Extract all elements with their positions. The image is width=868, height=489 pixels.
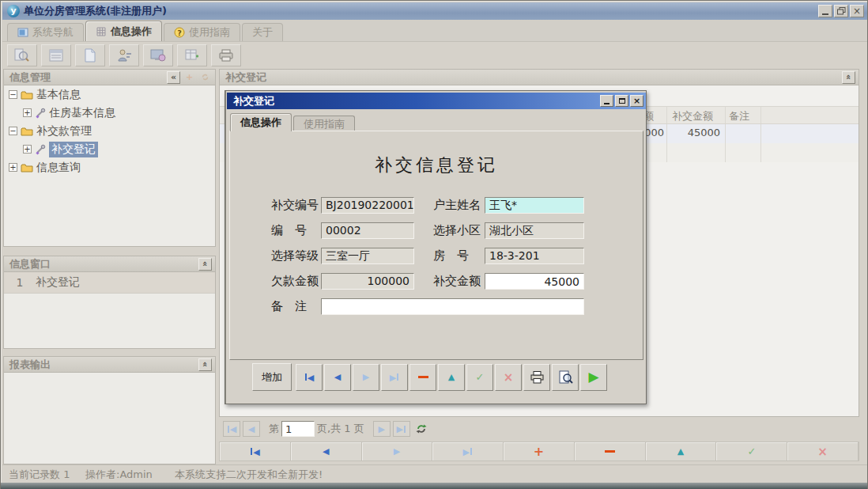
refresh-button[interactable] [413, 421, 430, 437]
record-add-button[interactable]: + [504, 442, 575, 461]
cancel-record-button[interactable]: × [495, 364, 522, 391]
new-document-button[interactable] [75, 44, 105, 66]
dialog-form: 补交信息登记 补交编号 BJ20190220001 户主姓名 王飞* 编 号 0… [229, 131, 643, 360]
sidebar: 信息管理 « + − 基本信息 + 住房基本信息 − [3, 69, 216, 464]
folder-icon [21, 90, 33, 100]
first-record-button[interactable]: ◀ [296, 364, 323, 391]
nav-next-button[interactable]: ▶ [362, 442, 433, 461]
last-record-button[interactable]: ▶ [381, 364, 408, 391]
window-list-item[interactable]: 1 补交登记 [4, 272, 215, 294]
tool-icon [35, 108, 46, 119]
page-first-button[interactable]: ◀ [223, 421, 240, 437]
next-record-button[interactable]: ▶ [353, 364, 379, 391]
nav-last-button[interactable]: ▶ [432, 442, 504, 461]
payment-input[interactable] [485, 273, 584, 290]
delete-record-button[interactable] [409, 364, 436, 391]
print-button[interactable] [523, 364, 550, 391]
record-post-button[interactable]: ✓ [716, 442, 787, 461]
table-add-button[interactable] [177, 44, 207, 66]
edit-record-button[interactable]: ▲ [438, 364, 465, 391]
tree-item-payment-mgmt[interactable]: − 补交款管理 [4, 122, 215, 140]
main-panel-header: 补交登记 « [219, 69, 859, 85]
post-record-button[interactable]: ✓ [466, 364, 493, 391]
expand-toggle[interactable]: + [9, 163, 17, 172]
execute-button[interactable]: ▶ [580, 364, 607, 391]
folder-icon [21, 127, 33, 136]
record-delete-button[interactable] [575, 442, 646, 461]
dialog-titlebar: 补交登记 × [227, 93, 646, 109]
page-next-button[interactable]: ▶ [373, 421, 391, 437]
remark-input[interactable] [321, 298, 584, 315]
collapse-up-button[interactable]: « [198, 358, 212, 371]
refresh-node-icon [198, 71, 212, 84]
datasheet-button[interactable] [41, 44, 71, 66]
grade-field: 三室一厅 [321, 248, 414, 264]
dialog-tab-user-guide[interactable]: 使用指南 [293, 116, 355, 131]
no-field: 00002 [321, 222, 414, 239]
owner-label: 户主姓名 [433, 197, 481, 214]
collapse-up-button[interactable]: « [842, 71, 855, 84]
form-title: 补交信息登记 [230, 154, 643, 177]
question-icon: ? [174, 27, 185, 38]
restore-button[interactable] [834, 5, 848, 17]
record-edit-button[interactable]: ▲ [646, 442, 717, 461]
user-config-button[interactable] [109, 44, 139, 66]
minimize-icon [822, 13, 828, 15]
datasheet-icon [48, 48, 64, 63]
col-payment: 补交金额 [672, 109, 713, 123]
page-prev-button[interactable]: ◀ [243, 421, 260, 437]
minimize-button[interactable] [818, 5, 832, 17]
collapse-left-button[interactable]: « [167, 71, 180, 84]
tool-icon [35, 144, 46, 155]
monitor-chart-button[interactable] [143, 44, 173, 66]
tree-item-housing-basic[interactable]: + 住房基本信息 [4, 104, 215, 122]
search-icon [13, 47, 31, 63]
page-last-button[interactable]: ▶ [393, 421, 410, 437]
expand-toggle[interactable]: + [23, 108, 32, 117]
expand-toggle[interactable]: + [23, 145, 32, 154]
dialog-minimize-button[interactable] [600, 95, 613, 107]
add-button[interactable]: 增加 [252, 363, 292, 391]
nav-first-button[interactable]: ◀ [220, 442, 291, 461]
tab-about[interactable]: 关于 [242, 23, 283, 41]
printer-icon [217, 48, 235, 63]
collapse-up-button[interactable]: « [198, 258, 212, 271]
dialog-maximize-button[interactable] [615, 95, 628, 107]
arrears-field: 100000 [321, 273, 414, 290]
tree-item-info-query[interactable]: + 信息查询 [4, 158, 215, 176]
statusbar: 当前记录数 1 操作者:Admin 本系统支持二次开发和全新开发! [2, 464, 867, 482]
preview-button[interactable] [552, 364, 579, 391]
dialog-close-button[interactable]: × [630, 95, 643, 107]
minus-icon [418, 376, 428, 378]
search-button[interactable] [7, 44, 37, 66]
expand-toggle[interactable]: − [9, 127, 17, 135]
room-field: 18-3-201 [485, 248, 584, 264]
tab-info-operation[interactable]: 信息操作 [85, 21, 162, 41]
tree-item-basic-info[interactable]: − 基本信息 [4, 85, 215, 104]
window-title: 单位分房管理系统(非注册用户) [24, 4, 167, 18]
document-icon [84, 47, 96, 63]
record-cancel-button[interactable]: × [787, 442, 859, 461]
dialog-tab-info-operation[interactable]: 信息操作 [230, 113, 292, 131]
info-tree: − 基本信息 + 住房基本信息 − 补交款管理 + 补交登记 + [3, 85, 216, 247]
expand-toggle[interactable]: − [9, 90, 17, 99]
main-tabbar: 系统导航 信息操作 ? 使用指南 关于 [2, 20, 867, 42]
icon-toolbar [2, 42, 867, 68]
prev-record-button[interactable]: ◀ [324, 364, 351, 391]
report-panel-title: 报表输出 [9, 358, 51, 372]
folder-icon [21, 163, 33, 172]
owner-field[interactable]: 王飞* [485, 197, 584, 214]
dialog-title: 补交登记 [233, 94, 274, 108]
report-panel-header: 报表输出 « [3, 356, 216, 373]
tree-item-payment-register[interactable]: + 补交登记 [4, 140, 215, 158]
tab-system-nav[interactable]: 系统导航 [7, 23, 84, 41]
community-field: 湖北小区 [485, 222, 584, 239]
page-number-input[interactable] [281, 421, 315, 437]
app-logo-icon: y [7, 5, 20, 17]
nav-prev-button[interactable]: ◀ [291, 442, 362, 461]
close-button[interactable]: × [850, 5, 864, 17]
grid-icon [96, 26, 107, 37]
tab-user-guide[interactable]: ? 使用指南 [164, 23, 240, 41]
printer-icon [530, 370, 545, 384]
printer-button[interactable] [211, 44, 241, 66]
